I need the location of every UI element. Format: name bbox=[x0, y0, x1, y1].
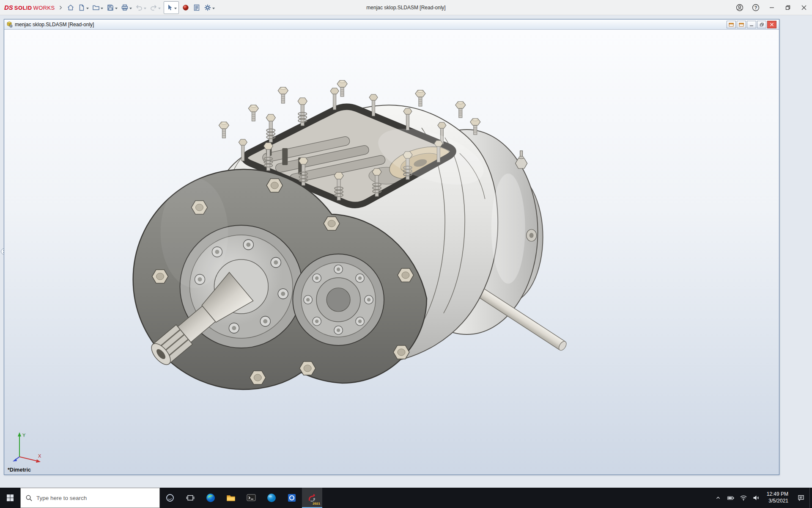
gear-icon bbox=[204, 4, 211, 11]
solidworks-version-badge: 2021 bbox=[313, 502, 320, 505]
battery-tray-button[interactable] bbox=[724, 488, 737, 508]
doc-window-button-1[interactable] bbox=[727, 21, 736, 28]
chevron-up-icon bbox=[715, 495, 721, 501]
mdi-area: menjac sklop.SLDASM [Read-only] bbox=[0, 15, 812, 488]
home-button[interactable] bbox=[65, 1, 76, 14]
clock-time: 12:49 PM bbox=[767, 491, 788, 498]
solidworks-logo: DS SOLIDWORKS bbox=[4, 4, 55, 11]
start-button[interactable] bbox=[0, 488, 20, 508]
action-center-button[interactable] bbox=[793, 488, 809, 508]
dropdown-caret-icon[interactable] bbox=[144, 8, 146, 11]
user-account-icon bbox=[735, 3, 744, 12]
gearbox-3d-model[interactable] bbox=[4, 30, 779, 475]
minimize-icon bbox=[768, 3, 776, 12]
close-icon bbox=[800, 3, 808, 12]
select-arrow-icon bbox=[166, 4, 173, 11]
solidworks-taskbar-button[interactable]: 2021 bbox=[302, 488, 322, 508]
wifi-icon bbox=[740, 494, 747, 501]
edge-icon bbox=[206, 493, 216, 503]
save-icon bbox=[107, 4, 114, 11]
restore-icon bbox=[759, 22, 764, 27]
document-title: menjac sklop.SLDASM [Read-only] bbox=[15, 22, 94, 28]
help-button[interactable]: ? bbox=[748, 0, 764, 15]
network-tray-button[interactable] bbox=[737, 488, 750, 508]
tray-overflow-button[interactable] bbox=[712, 488, 724, 508]
x-axis: X bbox=[19, 453, 41, 463]
new-document-icon bbox=[78, 4, 85, 11]
dropdown-caret-icon[interactable] bbox=[212, 8, 215, 11]
cortana-icon bbox=[165, 493, 175, 502]
ds-logo: DS bbox=[4, 4, 13, 11]
app-blue-button[interactable] bbox=[282, 488, 302, 508]
cortana-button[interactable] bbox=[160, 488, 180, 508]
3d-mouse-button[interactable] bbox=[180, 1, 191, 14]
view-orientation-label: *Dimetric bbox=[8, 467, 31, 473]
options-button[interactable] bbox=[202, 1, 217, 14]
redo-button[interactable] bbox=[148, 1, 162, 14]
help-icon: ? bbox=[752, 3, 760, 12]
windows-logo-icon bbox=[6, 494, 14, 502]
account-button[interactable] bbox=[732, 0, 748, 15]
speaker-icon bbox=[752, 494, 760, 501]
dropdown-caret-icon[interactable] bbox=[101, 8, 103, 11]
save-button[interactable] bbox=[105, 1, 119, 14]
dropdown-caret-icon[interactable] bbox=[174, 8, 177, 11]
dropdown-caret-icon[interactable] bbox=[129, 8, 132, 11]
y-axis: Y bbox=[18, 432, 26, 457]
taskbar-search[interactable] bbox=[20, 488, 160, 508]
z-axis bbox=[13, 457, 19, 461]
app-titlebar: DS SOLIDWORKS bbox=[0, 0, 812, 15]
select-tool-button[interactable] bbox=[164, 1, 179, 14]
home-icon bbox=[67, 4, 74, 11]
svg-text:Y: Y bbox=[22, 433, 26, 438]
new-document-button[interactable] bbox=[76, 1, 91, 14]
blue-tile-app-icon bbox=[287, 493, 297, 503]
notification-icon bbox=[797, 494, 805, 502]
search-input[interactable] bbox=[36, 495, 155, 501]
volume-tray-button[interactable] bbox=[750, 488, 763, 508]
print-icon bbox=[121, 4, 129, 11]
undo-button[interactable] bbox=[134, 1, 148, 14]
app-round-button[interactable] bbox=[261, 488, 282, 508]
svg-text:X: X bbox=[38, 453, 41, 458]
terminal-button[interactable] bbox=[241, 488, 261, 508]
show-desktop-button[interactable] bbox=[809, 488, 812, 508]
dropdown-caret-icon[interactable] bbox=[115, 8, 118, 11]
doc-restore-button[interactable] bbox=[757, 21, 766, 28]
open-folder-icon bbox=[92, 4, 100, 11]
taskbar-clock[interactable]: 12:49 PM 3/5/2021 bbox=[763, 488, 793, 508]
edge-browser-button[interactable] bbox=[200, 488, 221, 508]
output-bearing-hub[interactable] bbox=[293, 254, 384, 345]
restore-icon bbox=[784, 3, 792, 12]
orientation-triad: Y X bbox=[11, 429, 47, 465]
print-button[interactable] bbox=[119, 1, 134, 14]
assembly-document-icon bbox=[6, 21, 13, 28]
window-icon bbox=[729, 22, 734, 27]
open-button[interactable] bbox=[91, 1, 105, 14]
terminal-icon bbox=[246, 493, 256, 503]
dropdown-caret-icon[interactable] bbox=[158, 8, 161, 11]
file-explorer-button[interactable] bbox=[221, 488, 241, 508]
undo-icon bbox=[135, 4, 143, 11]
graphics-viewport[interactable]: Y X *Dimetric bbox=[4, 30, 779, 475]
taskbar: 2021 12:49 PM 3/5/2021 bbox=[0, 488, 812, 508]
minimize-icon bbox=[749, 22, 754, 27]
red-sphere-icon bbox=[182, 4, 189, 11]
property-sheet-button[interactable] bbox=[191, 1, 202, 14]
document-window-controls bbox=[727, 21, 777, 28]
task-view-icon bbox=[186, 494, 195, 502]
menu-expand-button[interactable] bbox=[56, 1, 65, 14]
doc-window-button-2[interactable] bbox=[737, 21, 746, 28]
document-titlebar[interactable]: menjac sklop.SLDASM [Read-only] bbox=[4, 19, 779, 30]
dropdown-caret-icon[interactable] bbox=[86, 8, 89, 11]
blue-orb-app-icon bbox=[266, 493, 277, 503]
close-button[interactable] bbox=[796, 0, 812, 15]
solidworks-application: DS SOLIDWORKS bbox=[0, 0, 812, 508]
maximize-button[interactable] bbox=[780, 0, 796, 15]
form-icon bbox=[193, 4, 200, 11]
doc-close-button[interactable] bbox=[767, 21, 776, 28]
clock-date: 3/5/2021 bbox=[768, 498, 788, 505]
doc-minimize-button[interactable] bbox=[747, 21, 756, 28]
task-view-button[interactable] bbox=[180, 488, 200, 508]
minimize-button[interactable] bbox=[764, 0, 780, 15]
